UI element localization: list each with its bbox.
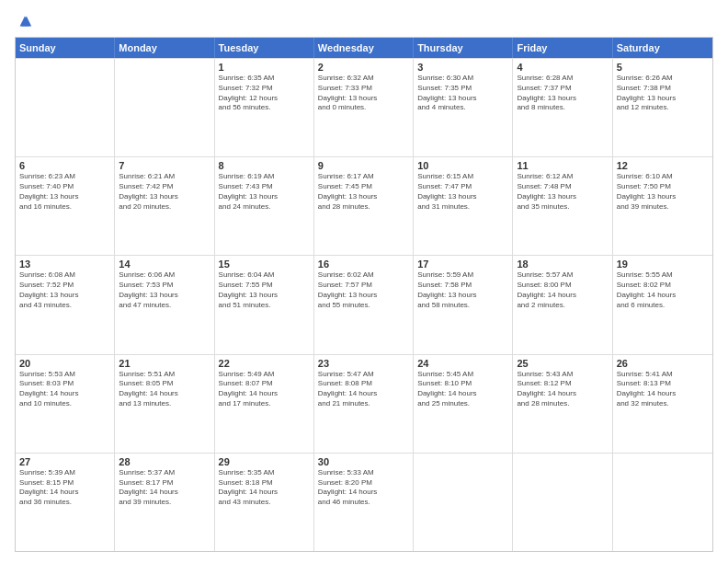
cell-info: Sunrise: 6:30 AM Sunset: 7:35 PM Dayligh… [417, 74, 508, 113]
cal-cell [414, 454, 513, 551]
day-number: 11 [517, 160, 608, 171]
header-cell-friday: Friday [513, 38, 612, 58]
calendar-row-1: 6Sunrise: 6:23 AM Sunset: 7:40 PM Daylig… [16, 156, 712, 255]
day-number: 16 [318, 259, 409, 270]
cal-cell: 7Sunrise: 6:21 AM Sunset: 7:42 PM Daylig… [115, 157, 214, 255]
cal-cell [115, 59, 214, 156]
cal-cell: 6Sunrise: 6:23 AM Sunset: 7:40 PM Daylig… [16, 157, 115, 255]
header-cell-saturday: Saturday [613, 38, 712, 58]
header-cell-wednesday: Wednesday [314, 38, 414, 58]
cal-cell: 20Sunrise: 5:53 AM Sunset: 8:03 PM Dayli… [16, 355, 115, 453]
cell-info: Sunrise: 5:51 AM Sunset: 8:05 PM Dayligh… [119, 370, 210, 409]
header-cell-monday: Monday [115, 38, 214, 58]
cell-info: Sunrise: 6:02 AM Sunset: 7:57 PM Dayligh… [318, 270, 409, 310]
day-number: 28 [119, 456, 210, 467]
cal-cell: 15Sunrise: 6:04 AM Sunset: 7:55 PM Dayli… [215, 256, 314, 353]
day-number: 8 [219, 160, 310, 171]
cal-cell: 9Sunrise: 6:17 AM Sunset: 7:45 PM Daylig… [314, 157, 414, 255]
cal-cell: 1Sunrise: 6:35 AM Sunset: 7:32 PM Daylig… [215, 59, 314, 156]
cell-info: Sunrise: 6:23 AM Sunset: 7:40 PM Dayligh… [19, 172, 110, 212]
day-number: 25 [517, 358, 608, 369]
day-number: 18 [517, 259, 608, 270]
day-number: 17 [417, 259, 508, 270]
cell-info: Sunrise: 5:39 AM Sunset: 8:15 PM Dayligh… [19, 468, 110, 508]
cal-cell: 24Sunrise: 5:45 AM Sunset: 8:10 PM Dayli… [414, 355, 513, 453]
cell-info: Sunrise: 5:35 AM Sunset: 8:18 PM Dayligh… [219, 468, 310, 508]
cal-cell: 10Sunrise: 6:15 AM Sunset: 7:47 PM Dayli… [414, 157, 513, 255]
calendar-header: SundayMondayTuesdayWednesdayThursdayFrid… [16, 38, 712, 58]
cal-cell [613, 454, 712, 551]
day-number: 3 [417, 62, 508, 73]
calendar-row-0: 1Sunrise: 6:35 AM Sunset: 7:32 PM Daylig… [16, 58, 712, 156]
day-number: 4 [517, 62, 608, 73]
day-number: 30 [318, 456, 409, 467]
header-cell-sunday: Sunday [16, 38, 115, 58]
cal-cell: 22Sunrise: 5:49 AM Sunset: 8:07 PM Dayli… [215, 355, 314, 453]
cal-cell: 8Sunrise: 6:19 AM Sunset: 7:43 PM Daylig… [215, 157, 314, 255]
cell-info: Sunrise: 6:35 AM Sunset: 7:32 PM Dayligh… [219, 74, 310, 113]
day-number: 2 [318, 62, 409, 73]
cell-info: Sunrise: 6:32 AM Sunset: 7:33 PM Dayligh… [318, 74, 409, 113]
calendar: SundayMondayTuesdayWednesdayThursdayFrid… [15, 37, 713, 552]
day-number: 24 [417, 358, 508, 369]
cell-info: Sunrise: 6:12 AM Sunset: 7:48 PM Dayligh… [517, 172, 608, 212]
cell-info: Sunrise: 6:06 AM Sunset: 7:53 PM Dayligh… [119, 270, 210, 310]
cell-info: Sunrise: 6:19 AM Sunset: 7:43 PM Dayligh… [219, 172, 310, 212]
cell-info: Sunrise: 5:49 AM Sunset: 8:07 PM Dayligh… [219, 370, 310, 409]
cal-cell: 5Sunrise: 6:26 AM Sunset: 7:38 PM Daylig… [613, 59, 712, 156]
day-number: 12 [617, 160, 709, 171]
cell-info: Sunrise: 6:17 AM Sunset: 7:45 PM Dayligh… [318, 172, 409, 212]
calendar-body: 1Sunrise: 6:35 AM Sunset: 7:32 PM Daylig… [16, 58, 712, 551]
cal-cell: 26Sunrise: 5:41 AM Sunset: 8:13 PM Dayli… [613, 355, 712, 453]
cell-info: Sunrise: 5:55 AM Sunset: 8:02 PM Dayligh… [617, 270, 709, 310]
day-number: 10 [417, 160, 508, 171]
cell-info: Sunrise: 5:45 AM Sunset: 8:10 PM Dayligh… [417, 370, 508, 409]
cell-info: Sunrise: 6:08 AM Sunset: 7:52 PM Dayligh… [19, 270, 110, 310]
day-number: 29 [219, 456, 310, 467]
cal-cell: 18Sunrise: 5:57 AM Sunset: 8:00 PM Dayli… [513, 256, 612, 353]
cell-info: Sunrise: 5:59 AM Sunset: 7:58 PM Dayligh… [417, 270, 508, 310]
calendar-row-2: 13Sunrise: 6:08 AM Sunset: 7:52 PM Dayli… [16, 255, 712, 353]
cal-cell: 25Sunrise: 5:43 AM Sunset: 8:12 PM Dayli… [513, 355, 612, 453]
day-number: 22 [219, 358, 310, 369]
header [15, 11, 713, 29]
day-number: 23 [318, 358, 409, 369]
day-number: 21 [119, 358, 210, 369]
day-number: 19 [617, 259, 709, 270]
cal-cell: 12Sunrise: 6:10 AM Sunset: 7:50 PM Dayli… [613, 157, 712, 255]
cell-info: Sunrise: 5:33 AM Sunset: 8:20 PM Dayligh… [318, 468, 409, 508]
cell-info: Sunrise: 5:43 AM Sunset: 8:12 PM Dayligh… [517, 370, 608, 409]
cell-info: Sunrise: 6:15 AM Sunset: 7:47 PM Dayligh… [417, 172, 508, 212]
calendar-row-4: 27Sunrise: 5:39 AM Sunset: 8:15 PM Dayli… [16, 453, 712, 551]
day-number: 27 [19, 456, 110, 467]
day-number: 9 [318, 160, 409, 171]
cell-info: Sunrise: 6:10 AM Sunset: 7:50 PM Dayligh… [617, 172, 709, 212]
cell-info: Sunrise: 5:41 AM Sunset: 8:13 PM Dayligh… [617, 370, 709, 409]
cal-cell [16, 59, 115, 156]
cell-info: Sunrise: 6:26 AM Sunset: 7:38 PM Dayligh… [617, 74, 709, 113]
cell-info: Sunrise: 5:37 AM Sunset: 8:17 PM Dayligh… [119, 468, 210, 508]
logo [15, 11, 33, 29]
header-cell-thursday: Thursday [414, 38, 513, 58]
cal-cell: 30Sunrise: 5:33 AM Sunset: 8:20 PM Dayli… [314, 454, 414, 551]
day-number: 6 [19, 160, 110, 171]
logo-icon [17, 13, 33, 29]
cell-info: Sunrise: 5:57 AM Sunset: 8:00 PM Dayligh… [517, 270, 608, 310]
cal-cell: 23Sunrise: 5:47 AM Sunset: 8:08 PM Dayli… [314, 355, 414, 453]
page: SundayMondayTuesdayWednesdayThursdayFrid… [0, 0, 728, 563]
day-number: 20 [19, 358, 110, 369]
header-cell-tuesday: Tuesday [215, 38, 314, 58]
day-number: 1 [219, 62, 310, 73]
cal-cell: 28Sunrise: 5:37 AM Sunset: 8:17 PM Dayli… [115, 454, 214, 551]
cal-cell: 11Sunrise: 6:12 AM Sunset: 7:48 PM Dayli… [513, 157, 612, 255]
cell-info: Sunrise: 6:04 AM Sunset: 7:55 PM Dayligh… [219, 270, 310, 310]
cal-cell: 27Sunrise: 5:39 AM Sunset: 8:15 PM Dayli… [16, 454, 115, 551]
cal-cell: 14Sunrise: 6:06 AM Sunset: 7:53 PM Dayli… [115, 256, 214, 353]
day-number: 5 [617, 62, 709, 73]
day-number: 7 [119, 160, 210, 171]
cal-cell: 3Sunrise: 6:30 AM Sunset: 7:35 PM Daylig… [414, 59, 513, 156]
cell-info: Sunrise: 6:28 AM Sunset: 7:37 PM Dayligh… [517, 74, 608, 113]
cal-cell [513, 454, 612, 551]
cell-info: Sunrise: 5:53 AM Sunset: 8:03 PM Dayligh… [19, 370, 110, 409]
cell-info: Sunrise: 6:21 AM Sunset: 7:42 PM Dayligh… [119, 172, 210, 212]
